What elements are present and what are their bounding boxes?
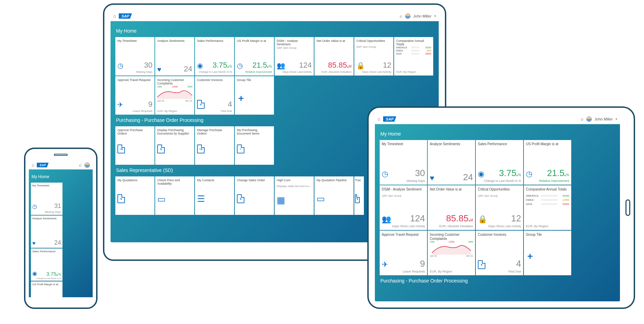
tile-title: Critical Opportunities: [356, 39, 391, 45]
tile-title: Display Purchasing Documents by Supplier: [157, 128, 192, 136]
tablet-screen: ⌂ SAP ⌕ John Miller ▾ My Home My Timeshe…: [375, 114, 620, 301]
tablet-home-button[interactable]: [625, 199, 630, 216]
pipeline-icon: ▭: [317, 194, 325, 204]
tile-quotations[interactable]: My Quotations$: [115, 176, 154, 215]
tile-timesheet[interactable]: My Timesheet ◷30 Missing Days: [115, 37, 154, 76]
tile-title: Customer Invoices: [478, 233, 521, 240]
tile-approve-travel[interactable]: Approve Travel Request ✈9 Leave Requests: [380, 231, 427, 275]
tile-incoming-complaints[interactable]: Incoming Customer Complaints 16M125M56M …: [428, 231, 475, 275]
tile-title: Net Order Value is at: [430, 187, 473, 194]
tile-title: DSiM - Analyse Sentiment: [277, 39, 312, 46]
tile-footer: Relative Improvement: [237, 70, 272, 73]
tile-footer: Change to Last Month in %: [197, 70, 232, 73]
tile-sales-performance[interactable]: Sales Performance ◉3.75▴% Change to Last…: [195, 37, 234, 76]
contact-icon: ☰: [197, 194, 205, 204]
tile-change-so[interactable]: Change Sales Order$: [235, 176, 274, 215]
chevron-down-icon[interactable]: ▾: [434, 14, 436, 18]
tile-title: My Quotations: [117, 178, 152, 185]
tile-check-price[interactable]: Check Price and Availability▭: [155, 176, 194, 215]
tile-display-purch[interactable]: Display Purchasing Documents by Supplier…: [155, 126, 194, 165]
tile-value: 3.75▴%: [46, 271, 61, 277]
document-icon: ≡$: [197, 144, 205, 153]
tile-track[interactable]: Trac$: [354, 176, 364, 215]
tile-manage-po[interactable]: Manage Purchase Orders≡$: [195, 126, 234, 165]
heart-icon: ♥: [157, 66, 161, 73]
tile-group[interactable]: Group Tile +: [524, 231, 571, 275]
avatar[interactable]: [84, 162, 90, 168]
tile-us-profit[interactable]: US Profit Margin is at 21.5▴ Relative Im…: [31, 281, 62, 297]
tiles-home: My Timesheet ◷31 Missing Days Analyze Se…: [31, 183, 91, 297]
tile-value: 85.85▴M: [446, 213, 473, 224]
document-icon: $: [117, 194, 125, 203]
tile-net-order[interactable]: Net Order Value is at 85.85▴M EUR, Absol…: [428, 185, 475, 230]
phone-content: My Home My Timesheet ◷31 Missing Days An…: [29, 170, 93, 297]
tile-dsim[interactable]: DSiM - Analyse Sentiment SAP Jam Group 👥…: [275, 37, 314, 76]
section-home: My Home: [116, 28, 434, 34]
tile-title: Check Price and Availability: [157, 178, 192, 186]
tile-us-profit[interactable]: US Profit Margin is at ◷21.5▴% Relative …: [235, 37, 274, 76]
target-icon: ◉: [197, 61, 203, 70]
tile-timesheet[interactable]: My Timesheet ◷30 Missing Days: [380, 140, 427, 185]
tile-timesheet[interactable]: My Timesheet ◷31 Missing Days: [31, 183, 62, 215]
home-icon[interactable]: ⌂: [32, 163, 34, 167]
tile-critical-opp[interactable]: Critical Opportunities SAP Jam Group 🔒12…: [354, 37, 393, 76]
tile-sales-performance[interactable]: Sales Performance ◉3.75▴% Change to Last…: [476, 140, 523, 185]
target-icon: ◉: [32, 270, 37, 277]
tile-comparative[interactable]: Comparative Annual Totals AMERICA355M EM…: [394, 37, 433, 76]
avatar[interactable]: [586, 116, 592, 122]
lock-icon: 🔒: [478, 215, 487, 224]
tile-group[interactable]: Group Tile +: [235, 76, 274, 115]
tile-title: Analyze Sentiments: [157, 39, 192, 45]
tile-value: 9: [148, 100, 152, 109]
user-name[interactable]: John Miller: [413, 14, 432, 18]
tile-incoming-complaints[interactable]: Incoming Customer Complaints 16M125M56M …: [155, 76, 194, 115]
tile-footer: EUR, By Region: [157, 109, 192, 113]
tile-critical-opp[interactable]: Critical Opportunities SAP Jam Group 🔒12…: [476, 185, 523, 230]
tile-value: 9: [420, 258, 425, 269]
tile-highcom[interactable]: High ComDisplays static text and ico...▦: [275, 176, 314, 215]
document-icon: ≡: [237, 144, 244, 153]
tile-title: My Timesheet: [32, 184, 61, 189]
sparkline: [430, 243, 473, 255]
tile-invoices[interactable]: Customer Invoices $4 Past Due: [476, 231, 523, 275]
tile-value: 21.5▴%: [547, 168, 569, 178]
tile-sentiments[interactable]: Analyze Sentiments ♥24: [155, 37, 194, 76]
chevron-down-icon[interactable]: ▾: [616, 117, 617, 121]
tile-sentiments[interactable]: Analyze Sentiments ♥24: [428, 140, 475, 185]
tile-comparative[interactable]: Comparative Annual Totals AMERICA355M EM…: [524, 185, 571, 230]
home-icon[interactable]: ⌂: [378, 116, 380, 121]
tiles-home: My Timesheet ◷30 Missing Days Analyze Se…: [115, 37, 434, 115]
search-icon[interactable]: ⌕: [581, 116, 584, 121]
section-home: My Home: [32, 174, 91, 179]
target-icon: ◉: [478, 170, 484, 178]
search-icon[interactable]: ⌕: [79, 162, 82, 167]
tile-title: US Profit Margin is at: [526, 142, 569, 149]
heart-icon: ♥: [32, 240, 36, 246]
tile-sentiments[interactable]: Analyze Sentiments ♥24: [31, 216, 62, 248]
avatar[interactable]: [405, 13, 411, 19]
clock-icon: ◷: [382, 170, 388, 178]
tile-net-order[interactable]: Net Order Value is at 85.85▴M EUR, Absol…: [314, 37, 354, 76]
search-icon[interactable]: ⌕: [400, 13, 402, 19]
user-name[interactable]: John Miller: [595, 117, 613, 121]
tile-footer: Missing Days: [32, 210, 61, 213]
tablet-frame: ⌂ SAP ⌕ John Miller ▾ My Home My Timeshe…: [367, 106, 635, 309]
tile-invoices[interactable]: Customer Invoices $4 Past Due: [195, 76, 234, 115]
tile-dsim[interactable]: DSiM - Analyse Sentiment SAP Jam Group 👥…: [380, 185, 427, 230]
phone-topbar: ⌂ SAP ⌕: [29, 161, 93, 170]
tile-footer: Leave Requests: [382, 270, 425, 273]
tile-my-purch-items[interactable]: My Purchasing Document Items≡: [235, 126, 274, 165]
tile-footer: EUR, Absolute Deviation: [430, 224, 473, 228]
tile-pipeline[interactable]: My Quotation Pipeline▭: [314, 176, 354, 215]
tile-us-profit[interactable]: US Profit Margin is at ◷21.5▴% Relative …: [524, 140, 571, 185]
tile-sales-performance[interactable]: Sales Performance ◉3.75▴% Change to Last…: [31, 248, 62, 281]
home-icon[interactable]: ⌂: [113, 13, 116, 19]
tile-title: Critical Opportunities: [478, 187, 521, 194]
tile-footer: Days Since Last Activity: [356, 70, 391, 73]
document-icon: $: [237, 194, 244, 203]
tile-contacts[interactable]: My Contacts☰: [195, 176, 234, 215]
tile-approve-po[interactable]: Approve Purchase Orders≡$: [115, 126, 154, 165]
tile-title: US Profit Margin is at: [32, 283, 61, 288]
tile-approve-travel[interactable]: Approve Travel Request ✈9 Leave Requests: [115, 76, 154, 115]
tablet-content: My Home My Timesheet ◷30 Missing Days An…: [375, 124, 620, 301]
